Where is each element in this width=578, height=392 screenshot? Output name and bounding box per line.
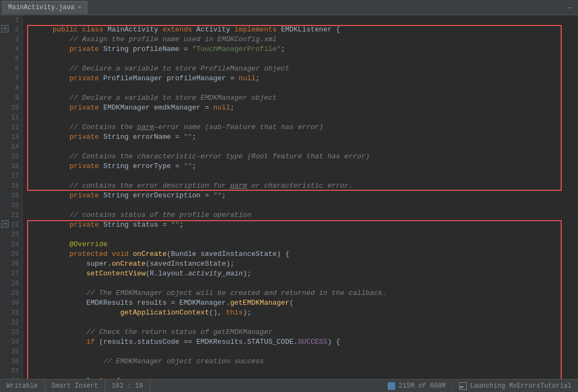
line-num-5: 5 — [0, 54, 22, 64]
code-line-32: // Check the return status of getEMDKMan… — [27, 318, 574, 327]
tab-close-icon[interactable]: × — [78, 4, 81, 11]
code-line-16 — [27, 162, 574, 171]
line-num-7: 7 — [0, 74, 22, 83]
code-line-34 — [27, 337, 574, 347]
code-line-21: private String status = ""; — [27, 210, 574, 220]
code-line-12: private String errorName = ""; — [27, 123, 574, 132]
line-num-27: 27 — [0, 269, 22, 279]
code-line-17: // contains the error description for pa… — [27, 171, 574, 181]
line-num-16: 16 — [0, 162, 22, 171]
line-numbers: 1 2 3 4 5 6 7 8 9 10 11 12 13 14 15 16 1… — [0, 15, 22, 379]
line-num-26: 26 — [0, 259, 22, 269]
window-controls[interactable]: ‒ — [568, 4, 576, 11]
line-num-37: 37 — [0, 367, 22, 376]
code-line-23: @Override — [27, 230, 574, 240]
code-line-13 — [27, 132, 574, 142]
code-line-1: public class MainActivity extends Activi… — [27, 15, 574, 25]
status-position: 162 : 18 — [105, 380, 150, 392]
code-line-19 — [27, 191, 574, 201]
code-line-25: super.onCreate(savedInstanceState); — [27, 249, 574, 259]
line-num-31: 31 — [0, 308, 22, 318]
line-num-33: 33 — [0, 327, 22, 337]
code-line-10 — [27, 103, 574, 113]
code-line-5: // Declare a variable to store ProfileMa… — [27, 54, 574, 64]
line-num-24: 24 — [0, 240, 22, 249]
code-line-35: // EMDKManager object creation success — [27, 347, 574, 357]
code-line-2: // Assign the profile name used in EMDKC… — [27, 25, 574, 35]
code-line-4 — [27, 44, 574, 54]
memory-icon — [388, 382, 395, 390]
status-right: 215M of 668M ▰ Launching MxErrorsTutoria… — [381, 382, 578, 390]
line-num-29: 29 — [0, 288, 22, 298]
line-num-12: 12 — [0, 123, 22, 132]
editor-container: − − 1 2 3 4 5 6 7 8 9 10 11 12 13 14 15 … — [0, 15, 578, 379]
line-num-10: 10 — [0, 103, 22, 113]
code-line-22 — [27, 220, 574, 230]
fold-marker-2[interactable]: − — [1, 220, 9, 228]
code-line-38 — [27, 376, 574, 379]
line-num-8: 8 — [0, 83, 22, 93]
status-insert-mode: Smart Insert — [45, 380, 105, 392]
code-line-29: EMDKResults results = EMDKManager.getEMD… — [27, 288, 574, 298]
line-num-25: 25 — [0, 249, 22, 259]
code-line-14: // Contains the characteristic-error typ… — [27, 142, 574, 152]
code-line-31 — [27, 308, 574, 318]
line-num-28: 28 — [0, 279, 22, 288]
line-num-34: 34 — [0, 337, 22, 347]
code-line-37: } else { — [27, 367, 574, 376]
code-line-28: // The EMDKManager object will be create… — [27, 279, 574, 288]
line-num-9: 9 — [0, 93, 22, 103]
status-writable: Writable — [0, 380, 45, 392]
line-num-20: 20 — [0, 201, 22, 210]
line-num-3: 3 — [0, 35, 22, 44]
code-line-7 — [27, 74, 574, 83]
line-num-17: 17 — [0, 171, 22, 181]
code-line-24: protected void onCreate(Bundle savedInst… — [27, 240, 574, 249]
line-num-38: 38 — [0, 376, 22, 379]
line-num-15: 15 — [0, 152, 22, 162]
code-line-20: // contains status of the profile operat… — [27, 201, 574, 210]
line-num-30: 30 — [0, 298, 22, 308]
code-line-26: setContentView(R.layout.activity_main); — [27, 259, 574, 269]
line-num-19: 19 — [0, 191, 22, 201]
line-gutter: − − 1 2 3 4 5 6 7 8 9 10 11 12 13 14 15 … — [0, 15, 23, 379]
tab-label: MainActivity.java — [8, 4, 74, 11]
code-line-9: private EMDKManager emdkManager = null; — [27, 93, 574, 103]
fold-marker-1[interactable]: − — [1, 25, 9, 33]
status-bar: Writable Smart Insert 162 : 18 215M of 6… — [0, 379, 578, 392]
code-line-33: if (results.statusCode == EMDKResults.ST… — [27, 327, 574, 337]
line-num-13: 13 — [0, 132, 22, 142]
line-num-32: 32 — [0, 318, 22, 327]
code-line-27 — [27, 269, 574, 279]
code-line-18: private String errorDescription = ""; — [27, 181, 574, 191]
line-num-11: 11 — [0, 113, 22, 123]
tab-mainactivity[interactable]: MainActivity.java × — [2, 1, 87, 14]
status-memory: 215M of 668M — [381, 382, 452, 390]
line-num-36: 36 — [0, 357, 22, 367]
line-num-14: 14 — [0, 142, 22, 152]
line-num-18: 18 — [0, 181, 22, 191]
task-icon: ▰ — [459, 382, 467, 390]
code-line-36 — [27, 357, 574, 367]
code-editor[interactable]: public class MainActivity extends Activi… — [23, 15, 578, 379]
code-line-15: private String errorType = ""; — [27, 152, 574, 162]
code-line-30: getApplicationContext(), this); — [27, 298, 574, 308]
tab-bar: MainActivity.java × ‒ — [0, 0, 578, 15]
code-line-8: // Declare a variable to store EMDKManag… — [27, 83, 574, 93]
status-task: ▰ Launching MxErrorsTutorial — [453, 382, 578, 390]
line-num-35: 35 — [0, 347, 22, 357]
code-line-6: private ProfileManager profileManager = … — [27, 64, 574, 74]
code-line-11: // Contains the parm-error name (sub-fea… — [27, 113, 574, 123]
code-line-3: private String profileName = "TouchManag… — [27, 35, 574, 44]
line-num-23: 23 — [0, 230, 22, 240]
line-num-1: 1 — [0, 15, 22, 25]
line-num-21: 21 — [0, 210, 22, 220]
line-num-6: 6 — [0, 64, 22, 74]
line-num-4: 4 — [0, 44, 22, 54]
